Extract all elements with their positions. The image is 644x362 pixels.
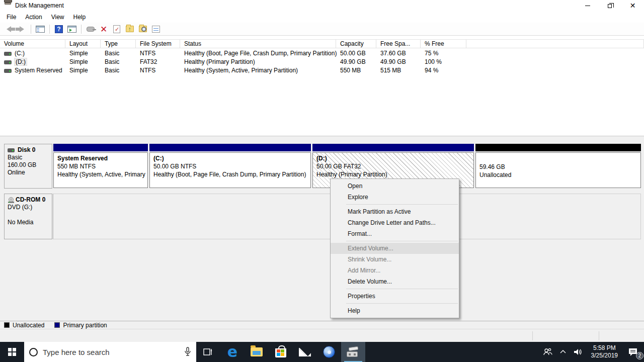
cell-pctfree: 100 % [425,58,442,65]
cdrom-header[interactable]: CD-ROM 0 DVD (G:) No Media [4,194,52,239]
menu-item-shrink-volume: Shrink Volume... [331,254,459,265]
column-header-filesystem[interactable]: File System [136,40,180,48]
disk-utility-button[interactable] [317,342,341,362]
partition-name: (C:) [153,154,309,162]
menu-item-delete-volume[interactable]: Delete Volume... [331,276,459,287]
back-button[interactable] [3,24,14,35]
details-view-icon [152,26,160,33]
minimize-button[interactable] [576,0,599,11]
cell-type: Basic [105,49,119,57]
people-button[interactable] [539,342,556,362]
details-view-button[interactable] [150,24,162,35]
toolbar-separator [81,25,82,34]
column-header-status[interactable]: Status [180,40,336,48]
disk0-header[interactable]: Disk 0 Basic 160.00 GB Online [4,144,52,189]
column-header-layout[interactable]: Layout [65,40,101,48]
cell-status: Healthy (Boot, Page File, Crash Dump, Pr… [184,49,337,57]
notification-badge: 2 [636,352,643,359]
start-icon [8,348,16,356]
toolbar: ? ✕ [0,23,644,36]
pointer-tool-button[interactable] [85,24,96,35]
partition-unallocated[interactable]: 59.46 GB Unallocated [475,144,641,189]
column-header-blank [466,40,644,48]
forward-button[interactable] [16,24,27,35]
column-header-pctfree[interactable]: % Free [421,40,466,48]
menu-separator [346,303,458,304]
folder-up-icon [126,26,134,32]
partition-system-reserved[interactable]: System Reserved 550 MB NTFS Healthy (Sys… [53,144,148,189]
task-view-button[interactable] [196,342,220,362]
partition-info: 550 MB NTFS [57,162,146,170]
clock[interactable]: 5:58 PM 3/25/2019 [587,344,622,359]
menu-item-format[interactable]: Format... [331,228,459,239]
microphone-icon[interactable] [184,347,191,357]
minimize-icon [585,6,590,6]
menu-item-open[interactable]: Open [331,180,459,192]
disk-utility-icon [323,346,335,358]
column-header-volume[interactable]: Volume [0,40,65,48]
menu-help[interactable]: Help [69,12,91,22]
menu-item-explore[interactable]: Explore [331,192,459,203]
delete-icon: ✕ [100,25,107,33]
file-explorer-button[interactable] [245,342,269,362]
cdrom-status: No Media [8,219,50,226]
folder-find-button[interactable] [137,24,148,35]
action-center-button[interactable]: 2 [622,342,644,362]
show-action-pane-icon [67,26,76,33]
table-row[interactable]: (D:) Simple Basic FAT32 Healthy (Primary… [0,58,644,66]
folder-up-button[interactable] [124,24,135,35]
partition-c[interactable]: (C:) 50.00 GB NTFS Healthy (Boot, Page F… [149,144,311,189]
table-row[interactable]: (C:) Simple Basic NTFS Healthy (Boot, Pa… [0,49,644,58]
delete-button[interactable]: ✕ [98,24,109,35]
start-button[interactable] [0,342,24,362]
menu-item-change-drive-letter[interactable]: Change Drive Letter and Paths... [331,217,459,228]
graphical-view-pane: Disk 0 Basic 160.00 GB Online System Res… [0,136,644,321]
show-console-tree-button[interactable] [35,24,46,35]
menu-item-help[interactable]: Help [331,305,459,316]
restore-button[interactable] [599,0,621,11]
close-button[interactable]: ✕ [621,0,644,11]
show-action-pane-button[interactable] [66,24,77,35]
menu-item-properties[interactable]: Properties [331,291,459,302]
title-bar: Disk Management ✕ [0,0,644,11]
search-box[interactable] [24,342,196,362]
forward-icon [20,26,24,32]
store-button[interactable] [269,342,293,362]
column-header-capacity[interactable]: Capacity [336,40,376,48]
status-separator [599,331,599,340]
partition-info: 59.46 GB [479,163,639,171]
search-input[interactable] [43,348,179,356]
cell-layout: Simple [69,49,88,57]
cell-type: Basic [105,66,119,74]
validate-button[interactable] [111,24,122,35]
menu-item-mark-partition-active[interactable]: Mark Partition as Active [331,206,459,217]
volume-button[interactable] [570,342,587,362]
menu-action[interactable]: Action [21,12,46,22]
cell-status: Healthy (System, Active, Primary Partiti… [184,66,298,74]
toolbar-separator [49,25,50,34]
menu-view[interactable]: View [47,12,69,22]
app-icon [4,3,12,9]
volume-name: System Reserved [15,67,62,74]
help-button[interactable]: ? [53,24,64,35]
edge-button[interactable]: e [220,342,245,362]
primary-partition-swatch [54,322,60,328]
disk-icon [8,148,15,152]
mail-button[interactable] [293,342,317,362]
cell-capacity: 550 MB [340,66,361,74]
menu-separator [346,204,458,205]
column-header-freespace[interactable]: Free Spa... [376,40,421,48]
edge-icon: e [227,345,237,359]
partition-info: 50.00 GB NTFS [153,162,309,170]
disk-management-button[interactable] [341,342,365,362]
hidden-icons-chevron-icon [559,349,567,354]
legend-unallocated: Unallocated [13,322,44,329]
volume-name: (D:) [15,58,27,65]
table-row[interactable]: System Reserved Simple Basic NTFS Health… [0,66,644,75]
people-icon [542,347,552,356]
column-header-type[interactable]: Type [101,40,136,48]
cdrom-drive: DVD (G:) [8,204,50,211]
validate-icon [113,25,120,33]
hidden-icons-button[interactable] [556,342,570,362]
menu-file[interactable]: File [2,12,21,22]
